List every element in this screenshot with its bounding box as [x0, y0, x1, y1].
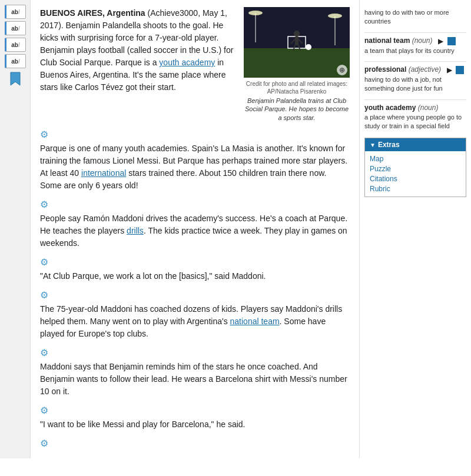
- article-intro-text: BUENOS AIRES, Argentina (Achieve3000, Ma…: [40, 7, 234, 122]
- right-sidebar: having to do with two or more countries …: [359, 0, 471, 458]
- paragraph-5: Maddoni says that Benjamin reminds him o…: [40, 361, 350, 398]
- svg-point-6: [328, 14, 342, 18]
- vocab-play-national-team[interactable]: ▶: [437, 37, 445, 45]
- vocab-term-youth-academy: youth academy: [364, 104, 416, 112]
- gear-bullet-5: ⚙: [40, 347, 350, 358]
- vocab-item-0: having to do with two or more countries: [364, 8, 466, 26]
- extras-link-puzzle[interactable]: Puzzle: [370, 165, 461, 173]
- vocab-term-national-team: national team: [364, 36, 410, 45]
- ab-icon-4[interactable]: ab/: [5, 54, 26, 68]
- left-sidebar: ab/ ab/ ab/ ab/: [0, 0, 31, 458]
- link-national-team[interactable]: national team: [230, 317, 280, 326]
- gear-bullet-6: ⚙: [40, 405, 350, 416]
- gear-bullet-2: ⚙: [40, 199, 350, 210]
- ab-icon-3[interactable]: ab/: [5, 38, 26, 52]
- article-header: BUENOS AIRES, Argentina (Achieve3000, Ma…: [40, 7, 350, 122]
- vocab-box-national-team[interactable]: [447, 37, 456, 45]
- vocab-pos-youth-academy: (noun): [418, 104, 439, 112]
- extras-link-map[interactable]: Map: [370, 155, 461, 163]
- paragraph-4: The 75-year-old Maddoni has coached doze…: [40, 303, 350, 340]
- image-caption: Benjamin Palandella trains at Club Socia…: [244, 96, 350, 122]
- vocab-box-professional[interactable]: [456, 66, 464, 74]
- vocab-play-professional[interactable]: ▶: [445, 66, 453, 74]
- svg-point-8: [294, 31, 300, 36]
- bookmark-icon[interactable]: [5, 71, 26, 87]
- link-drills[interactable]: drills: [127, 226, 144, 235]
- paragraph-6: "I want to be like Messi and play for Ba…: [40, 418, 350, 431]
- svg-marker-0: [11, 72, 20, 85]
- extras-link-rubric[interactable]: Rubric: [370, 185, 461, 193]
- vocab-def-youth-academy: a place where young people go to study o…: [364, 113, 466, 131]
- image-credit: Credit for photo and all related images:…: [244, 80, 350, 95]
- vocab-area: having to do with two or more countries …: [364, 5, 466, 131]
- article-intro: (Achieve3000, May 1, 2017). Benjamin Pal…: [40, 8, 233, 92]
- vocab-divider-2: [364, 99, 466, 100]
- vocab-divider-0: [364, 32, 466, 33]
- paragraph-1: Parque is one of many youth academies. S…: [40, 142, 350, 192]
- paragraph-3: "At Club Parque, we work a lot on the [b…: [40, 270, 350, 282]
- svg-point-14: [306, 44, 311, 50]
- vocab-def-0: having to do with two or more countries: [364, 8, 466, 26]
- gear-bullet-1: ⚙: [40, 129, 350, 140]
- svg-rect-2: [244, 48, 350, 78]
- vocab-divider-1: [364, 61, 466, 62]
- extras-triangle-icon: ▼: [370, 142, 376, 148]
- extras-links: Map Puzzle Citations Rubric: [365, 151, 466, 197]
- vocab-def-national-team: a team that plays for its country: [364, 46, 466, 55]
- vocab-term-professional: professional: [364, 65, 406, 74]
- ab-icon-2[interactable]: ab/: [5, 21, 26, 35]
- vocab-pos-national-team: (noun): [412, 36, 433, 45]
- zoom-icon[interactable]: ⊕: [337, 65, 347, 75]
- gear-bullet-7: ⚙: [40, 438, 350, 449]
- gear-bullet-4: ⚙: [40, 289, 350, 301]
- page-layout: ab/ ab/ ab/ ab/ BUENOS AIRES, Argentina …: [0, 0, 471, 458]
- vocab-pos-professional: (adjective): [409, 65, 441, 74]
- link-youth-academy[interactable]: youth academy: [159, 58, 215, 67]
- extras-link-citations[interactable]: Citations: [370, 175, 461, 183]
- extras-section: ▼ Extras Map Puzzle Citations Rubric: [364, 138, 466, 197]
- extras-title: Extras: [378, 141, 400, 149]
- article-image[interactable]: ⊕: [244, 7, 350, 78]
- article-title: BUENOS AIRES, Argentina: [40, 8, 145, 18]
- main-content: BUENOS AIRES, Argentina (Achieve3000, Ma…: [31, 0, 359, 458]
- gear-bullet-3: ⚙: [40, 257, 350, 268]
- svg-point-4: [248, 11, 263, 15]
- vocab-item-youth-academy: youth academy (noun) a place where young…: [364, 104, 466, 131]
- svg-rect-9: [295, 36, 298, 45]
- vocab-item-professional: professional (adjective) ▶ having to do …: [364, 65, 466, 94]
- paragraph-2: People say Ramón Maddoni drives the acad…: [40, 212, 350, 249]
- vocab-item-national-team: national team (noun) ▶ a team that plays…: [364, 36, 466, 55]
- ab-icon-1[interactable]: ab/: [5, 5, 26, 19]
- extras-header: ▼ Extras: [365, 138, 466, 151]
- article-image-box: ⊕ Credit for photo and all related image…: [244, 7, 350, 122]
- vocab-def-professional: having to do with a job, not something d…: [364, 75, 466, 94]
- link-international[interactable]: international: [81, 168, 126, 178]
